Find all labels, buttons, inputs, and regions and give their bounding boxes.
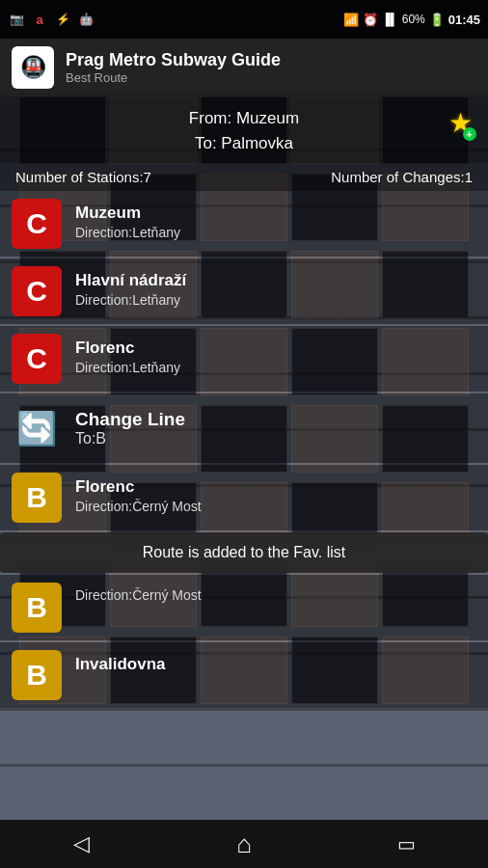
station-info-florenc-c: Florenc Direction:Letňany	[75, 334, 180, 378]
star-plus-icon: +	[463, 127, 476, 141]
battery-percent: 60%	[402, 13, 425, 26]
station-info-invalidovna: Invalidovna	[75, 650, 166, 675]
station-direction-florenc-b: Direction:Černý Most	[75, 498, 202, 517]
home-button[interactable]: ⌂	[215, 823, 273, 865]
favorite-button[interactable]: ★ +	[442, 104, 478, 141]
line-b-badge-2: B	[12, 583, 62, 633]
station-item-florenc-c: C Florenc Direction:Letňany	[0, 326, 488, 392]
change-icon-wrapper: 🔄	[12, 403, 62, 453]
stations-count: Number of Stations:7	[15, 169, 151, 185]
back-button[interactable]: ◁	[52, 823, 110, 865]
signal-icon: 📶	[343, 13, 359, 27]
usb-icon: ⚡	[54, 11, 71, 28]
station-info-florenc-b: Florenc Direction:Černý Most	[75, 473, 202, 517]
change-label: Change Line	[75, 409, 185, 430]
clock: 01:45	[448, 13, 480, 27]
change-arrows-icon: 🔄	[16, 409, 57, 448]
app-subtitle: Best Route	[66, 70, 281, 85]
station-info-b2: Direction:Černý Most	[75, 583, 202, 606]
status-icons-right: 📶 ⏰ ▐▌ 60% 🔋 01:45	[343, 13, 480, 27]
main-content: From: Muzeum To: Palmovka ★ + Number of …	[0, 96, 488, 820]
change-line-section: 🔄 Change Line To:B	[0, 393, 488, 463]
route-from: From: Muzeum	[15, 106, 473, 131]
station-name-muzeum: Muzeum	[75, 203, 180, 224]
android-icon: 🤖	[77, 11, 95, 28]
station-item-invalidovna: B Invalidovna	[0, 642, 488, 708]
route-to: To: Palmovka	[15, 131, 473, 156]
station-item-florenc-b: B Florenc Direction:Černý Most	[0, 465, 488, 530]
line-c-badge: C	[12, 199, 62, 249]
changes-count: Number of Changes:1	[331, 169, 473, 185]
app-logo: 🚇	[12, 46, 54, 89]
train-icon: 🚇	[20, 55, 46, 80]
star-icon: ★ +	[448, 107, 473, 139]
tooltip-text: Route is added to the Fav. list	[143, 544, 345, 560]
station-item-muzeum: C Muzeum Direction:Letňany	[0, 191, 488, 257]
recent-apps-icon: ▭	[397, 832, 416, 855]
station-item-b2: B Direction:Černý Most	[0, 575, 488, 640]
app-header: 🚇 Prag Metro Subway Guide Best Route	[0, 39, 488, 96]
battery-icon: 🔋	[429, 13, 445, 27]
tooltip-bar: Route is added to the Fav. list	[0, 532, 488, 573]
station-name-invalidovna: Invalidovna	[75, 654, 166, 675]
avast-icon: a	[31, 11, 48, 28]
status-bar: 📷 a ⚡ 🤖 📶 ⏰ ▐▌ 60% 🔋 01:45	[0, 0, 488, 39]
change-info: Change Line To:B	[75, 409, 185, 448]
station-direction-muzeum: Direction:Letňany	[75, 224, 180, 243]
home-icon: ⌂	[236, 829, 252, 859]
screenshot-icon: 📷	[8, 11, 25, 28]
alarm-icon: ⏰	[363, 13, 378, 27]
status-icons-left: 📷 a ⚡ 🤖	[8, 11, 95, 28]
line-c-badge-2: C	[12, 266, 62, 316]
signal-bars-icon: ▐▌	[382, 13, 398, 26]
back-icon: ◁	[73, 831, 90, 856]
station-info-hlavni: Hlavní nádraží Direction:Letňany	[75, 266, 186, 311]
line-b-badge: B	[12, 473, 62, 523]
stats-bar: Number of Stations:7 Number of Changes:1	[0, 163, 488, 191]
station-direction-florenc-c: Direction:Letňany	[75, 359, 180, 378]
station-direction-hlavni: Direction:Letňany	[75, 291, 186, 311]
app-title-block: Prag Metro Subway Guide Best Route	[66, 50, 281, 86]
line-b-badge-3: B	[12, 650, 62, 700]
app-title: Prag Metro Subway Guide	[66, 50, 281, 71]
station-name-hlavni: Hlavní nádraží	[75, 270, 186, 291]
station-info-muzeum: Muzeum Direction:Letňany	[75, 199, 180, 243]
line-c-badge-3: C	[12, 334, 62, 384]
route-list: C Muzeum Direction:Letňany C Hlavní nádr…	[0, 191, 488, 708]
station-item-hlavni: C Hlavní nádraží Direction:Letňany	[0, 258, 488, 324]
bottom-nav: ◁ ⌂ ▭	[0, 820, 488, 868]
recent-apps-button[interactable]: ▭	[378, 823, 436, 865]
station-name-florenc-b: Florenc	[75, 476, 202, 498]
station-name-florenc-c: Florenc	[75, 338, 180, 359]
change-to: To:B	[75, 430, 185, 448]
route-header: From: Muzeum To: Palmovka ★ +	[0, 96, 488, 163]
station-direction-b2: Direction:Černý Most	[75, 586, 202, 606]
